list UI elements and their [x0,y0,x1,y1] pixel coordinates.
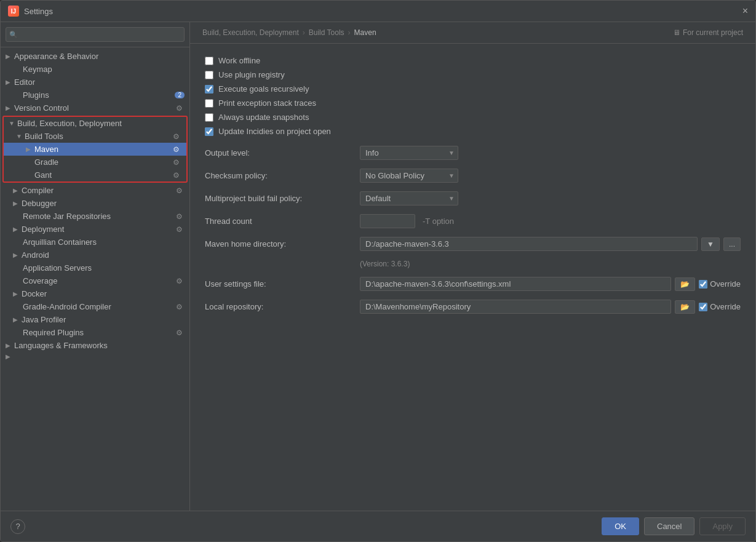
maven-home-browse-btn[interactable]: ... [723,237,741,251]
sidebar-item-editor[interactable]: ▶ Editor [1,76,189,89]
output-level-select[interactable]: Error Warn Info Debug [360,146,458,160]
sidebar-item-languages[interactable]: ▶ Languages & Frameworks [1,339,189,352]
sidebar-item-label: Editor [14,78,185,87]
maven-home-dropdown-btn[interactable]: ▼ [701,237,720,251]
sidebar-item-label: Build Tools [25,132,170,141]
work-offline-label[interactable]: Work offline [218,56,260,65]
sidebar-item-label: Plugins [23,90,172,100]
sidebar: ▶ Appearance & Behavior Keymap ▶ Editor … [1,22,190,511]
checksum-policy-label: Checksum policy: [205,171,352,180]
cancel-button[interactable]: Cancel [644,517,694,535]
local-repo-input[interactable] [360,300,671,314]
sidebar-item-label: Required Plugins [23,328,173,337]
multiproject-policy-row: Multiproject build fail policy: Default … [205,191,741,205]
arrow-icon: ▶ [13,252,22,258]
action-icon: ⚙ [176,329,185,337]
print-exception-checkbox[interactable] [205,99,213,108]
user-settings-input[interactable] [360,277,671,291]
sidebar-item-tools[interactable]: ▶ [1,352,189,361]
sidebar-item-docker[interactable]: ▶ Docker [1,287,189,300]
sidebar-item-label: Version Control [14,103,173,113]
arrow-icon: ▶ [13,226,22,233]
sidebar-item-android[interactable]: ▶ Android [1,249,189,261]
always-update-label[interactable]: Always update snapshots [218,113,309,122]
output-level-row: Output level: Error Warn Info Debug ▼ [205,146,741,160]
sidebar-item-required-plugins[interactable]: Required Plugins ⚙ [1,326,189,339]
maven-home-input[interactable] [360,237,698,251]
arrow-icon: ▶ [6,353,14,360]
sidebar-tree: ▶ Appearance & Behavior Keymap ▶ Editor … [1,47,189,511]
breadcrumb-sep-2: › [348,28,351,37]
execute-goals-label[interactable]: Execute goals recursively [218,84,309,94]
local-repo-override-checkbox[interactable] [699,303,707,311]
use-plugin-registry-checkbox[interactable] [205,71,213,79]
sidebar-item-arquillian[interactable]: Arquillian Containers [1,236,189,249]
sidebar-item-compiler[interactable]: ▶ Compiler ⚙ [1,184,189,197]
maven-home-label: Maven home directory: [205,239,352,249]
work-offline-checkbox[interactable] [205,57,213,65]
project-icon: 🖥 [673,28,680,37]
breadcrumb-part-1[interactable]: Build, Execution, Deployment [202,28,299,37]
sidebar-item-java-profiler[interactable]: ▶ Java Profiler [1,313,189,326]
action-icon: ⚙ [173,171,181,180]
sidebar-item-plugins[interactable]: Plugins 2 [1,89,189,102]
local-repo-browse-btn[interactable]: 📂 [675,300,695,314]
arrow-icon: ▶ [6,53,14,60]
bottom-actions: OK Cancel Apply [602,517,746,535]
user-settings-override-label[interactable]: Override [710,279,741,289]
use-plugin-registry-label[interactable]: Use plugin registry [218,70,285,79]
sidebar-item-gradle[interactable]: Gradle ⚙ [4,156,186,169]
sidebar-item-remote-jar[interactable]: Remote Jar Repositories ⚙ [1,210,189,223]
local-repo-override: Override [699,302,741,311]
arrow-icon: ▶ [6,342,14,349]
always-update-checkbox[interactable] [205,113,213,122]
action-icon: ⚙ [176,303,185,311]
sidebar-item-version-control[interactable]: ▶ Version Control ⚙ [1,102,189,114]
search-box [1,22,189,47]
user-settings-browse-btn[interactable]: 📂 [675,277,695,291]
sidebar-item-build-tools[interactable]: ▼ Build Tools ⚙ [4,130,186,143]
sidebar-item-gradle-android[interactable]: Gradle-Android Compiler ⚙ [1,300,189,313]
checkbox-update-indices: Update Incidies on project open [205,127,741,136]
user-settings-override-checkbox[interactable] [699,280,707,289]
sidebar-item-maven[interactable]: ▶ Maven ⚙ [4,143,186,156]
project-link[interactable]: 🖥 For current project [673,28,743,37]
sidebar-item-deployment[interactable]: ▶ Deployment ⚙ [1,223,189,236]
thread-hint: -T option [423,217,454,226]
thread-count-input[interactable] [360,214,415,228]
sidebar-item-build-exec-deploy[interactable]: ▼ Build, Execution, Deployment [4,117,186,130]
dialog-title: Settings [24,7,53,16]
update-indices-label[interactable]: Update Incidies on project open [218,127,331,136]
help-button[interactable]: ? [10,519,25,534]
apply-button[interactable]: Apply [699,517,746,535]
sidebar-item-label: Gant [34,170,170,180]
sidebar-item-label: Remote Jar Repositories [23,212,173,221]
sidebar-item-app-servers[interactable]: Application Servers [1,261,189,274]
sidebar-item-keymap[interactable]: Keymap [1,63,189,76]
sidebar-item-gant[interactable]: Gant ⚙ [4,169,186,181]
sidebar-item-label: Application Servers [23,263,185,273]
arrow-icon: ▶ [13,290,22,297]
sidebar-item-debugger[interactable]: ▶ Debugger [1,197,189,210]
sidebar-item-label: Docker [22,289,185,298]
local-repo-override-label[interactable]: Override [710,302,741,311]
arrow-icon: ▶ [6,79,14,86]
search-input[interactable] [6,27,185,42]
multiproject-policy-select[interactable]: Default Never AtEnd Fail [360,191,458,205]
breadcrumb-part-2[interactable]: Build Tools [309,28,344,37]
execute-goals-checkbox[interactable] [205,85,213,94]
sidebar-item-label: Keymap [23,65,185,74]
close-button[interactable]: × [742,6,748,17]
action-icon: ⚙ [176,104,185,113]
checksum-policy-row: Checksum policy: No Global Policy Fail W… [205,169,741,183]
sidebar-item-coverage[interactable]: Coverage ⚙ [1,274,189,287]
sidebar-item-label: Appearance & Behavior [14,52,185,61]
sidebar-item-label: Coverage [23,276,173,285]
ok-button[interactable]: OK [602,517,639,535]
plugins-badge: 2 [175,92,185,98]
checksum-policy-select[interactable]: No Global Policy Fail Warn [360,169,458,183]
print-exception-label[interactable]: Print exception stack traces [218,98,316,108]
sidebar-item-label: Deployment [22,225,173,234]
update-indices-checkbox[interactable] [205,127,213,136]
sidebar-item-appearance[interactable]: ▶ Appearance & Behavior [1,50,189,63]
